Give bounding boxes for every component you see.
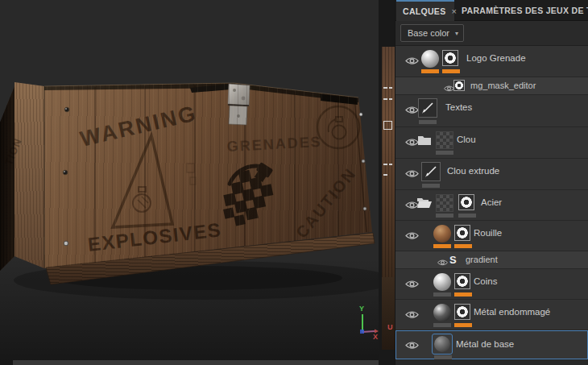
tab-parametres[interactable]: PARAMÈTRES DES JEUX DE TEXTURES: [462, 0, 588, 21]
eye-icon[interactable]: [405, 277, 419, 286]
axis-u-label: U: [387, 323, 393, 331]
mask-icon[interactable]: [453, 80, 465, 91]
folder-open-icon[interactable]: [416, 197, 433, 212]
channel-indicator: [454, 323, 472, 327]
channel-indicator: [434, 355, 452, 359]
crate-left-face: [0, 86, 14, 271]
layer-label: Rouille: [474, 228, 502, 238]
eye-icon[interactable]: [405, 103, 419, 112]
layer-thumbnail[interactable]: [421, 50, 439, 68]
channel-indicator: [436, 151, 453, 155]
channel-indicator: [421, 69, 439, 73]
channel-dropdown[interactable]: Base color ▾: [400, 24, 464, 42]
channel-indicator: [433, 292, 451, 297]
crate-corner-post: [14, 82, 44, 268]
channel-indicator: [436, 214, 453, 218]
group-thumbnail[interactable]: [436, 194, 453, 212]
effect-label: mg_mask_editor: [470, 81, 536, 90]
layer-row-gradient[interactable]: S gradient: [395, 251, 588, 268]
viewport-3d[interactable]: WARNING EXPLOSIVES GRENADES CAUTION TION: [0, 0, 379, 365]
layer-thumbnail[interactable]: [433, 304, 451, 321]
paint-layer-thumbnail[interactable]: [418, 98, 437, 118]
viewport-bottom-bar: [13, 360, 379, 365]
channel-indicator: [458, 214, 476, 218]
layer-thumbnail[interactable]: [433, 225, 451, 243]
layer-row-mg-mask-editor[interactable]: mg_mask_editor: [395, 77, 588, 94]
uv-selection-mark: [383, 121, 392, 130]
layer-row-rouille[interactable]: Rouille: [395, 220, 588, 251]
channel-indicator: [454, 292, 472, 297]
mask-thumbnail[interactable]: [442, 50, 458, 66]
layer-label: Métal de base: [456, 339, 514, 349]
substance-icon[interactable]: S: [449, 254, 457, 266]
channel-indicator: [433, 244, 451, 248]
layer-row-coins[interactable]: Coins: [395, 268, 588, 299]
layer-label: Métal endommagé: [474, 307, 550, 317]
effect-label: gradient: [466, 255, 498, 264]
channel-indicator: [442, 69, 460, 73]
panel-tab-bar: CALQUES × PARAMÈTRES DES JEUX DE TEXTURE…: [395, 0, 588, 21]
layer-row-clou-extrude[interactable]: Clou extrude: [395, 158, 588, 189]
viewport-2d-strip[interactable]: U: [379, 0, 395, 365]
substance-painter-window: WARNING EXPLOSIVES GRENADES CAUTION TION: [0, 0, 588, 365]
chevron-down-icon: ▾: [455, 30, 458, 37]
paint-layer-thumbnail[interactable]: [421, 162, 441, 181]
channel-selector-bar: Base color ▾: [395, 21, 588, 46]
layer-label: Textes: [445, 102, 472, 112]
eye-icon[interactable]: [437, 257, 449, 264]
layer-row-acier[interactable]: Acier: [395, 189, 588, 220]
layer-row-logo-grenade[interactable]: Logo Grenade: [395, 46, 588, 77]
layers-panel: CALQUES × PARAMÈTRES DES JEUX DE TEXTURE…: [395, 0, 588, 365]
tab-calques-label: CALQUES: [403, 6, 445, 16]
mask-thumbnail[interactable]: [454, 225, 470, 241]
eye-icon[interactable]: [405, 338, 419, 347]
group-thumbnail[interactable]: [436, 131, 453, 149]
layer-thumbnail[interactable]: [434, 336, 450, 352]
eye-icon[interactable]: [405, 167, 419, 176]
tab-parametres-label: PARAMÈTRES DES JEUX DE TEXTURES: [462, 6, 588, 15]
mask-thumbnail[interactable]: [458, 194, 474, 210]
layer-label: Acier: [481, 197, 502, 207]
eye-icon[interactable]: [405, 229, 419, 238]
mask-thumbnail[interactable]: [454, 304, 470, 320]
selected-thumbnail-frame[interactable]: [432, 334, 453, 355]
layer-label: Logo Grenade: [466, 53, 526, 63]
channel-indicator: [454, 244, 472, 248]
layer-thumbnail[interactable]: [433, 273, 451, 291]
axis-y-label: Y: [359, 305, 364, 313]
eye-icon[interactable]: [405, 308, 419, 317]
channel-indicator: [433, 323, 451, 327]
uv-texture-sliver: [382, 47, 395, 277]
folder-icon[interactable]: [417, 135, 432, 149]
layer-label: Clou extrude: [447, 166, 499, 176]
eye-icon[interactable]: [405, 54, 419, 63]
layer-row-clou[interactable]: Clou: [395, 127, 588, 158]
layer-row-metal-endommage[interactable]: Métal endommagé: [395, 299, 588, 330]
channel-indicator: [422, 184, 440, 188]
channel-dropdown-value: Base color: [408, 28, 449, 38]
layer-row-metal-de-base[interactable]: Métal de base: [395, 330, 588, 359]
layer-label: Coins: [474, 276, 497, 286]
mask-thumbnail[interactable]: [454, 273, 470, 289]
layer-label: Clou: [457, 135, 476, 144]
axis-x-label: X: [373, 333, 378, 341]
channel-indicator: [419, 120, 437, 124]
layer-list: Logo Grenade mg_mask_editor Textes: [395, 46, 588, 365]
crate-3d-render: WARNING EXPLOSIVES GRENADES CAUTION TION: [0, 0, 379, 365]
layer-row-textes[interactable]: Textes: [395, 94, 588, 127]
close-icon[interactable]: ×: [451, 6, 457, 16]
tab-calques[interactable]: CALQUES ×: [396, 0, 454, 21]
